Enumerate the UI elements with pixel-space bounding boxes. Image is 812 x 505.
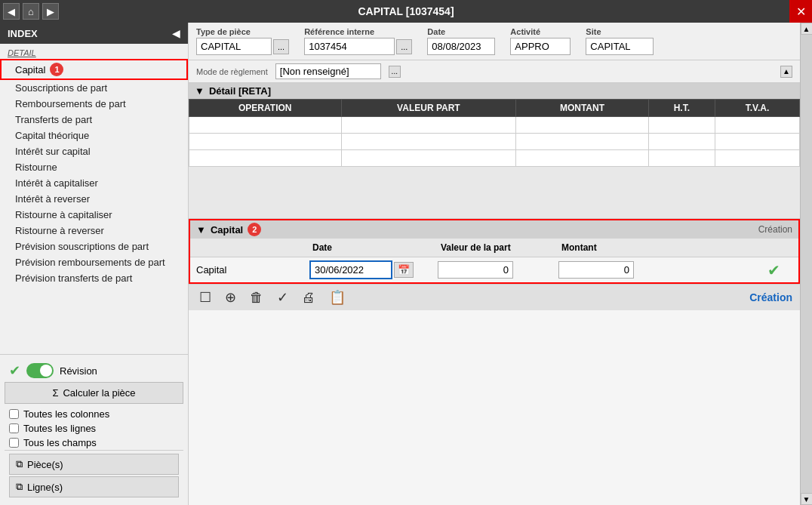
mode-reglement-btn[interactable]: ... (389, 66, 401, 78)
scroll-up-button[interactable]: ▲ (780, 66, 792, 78)
sidebar-item-ristourne[interactable]: Ristourne (0, 159, 188, 175)
col-header-date: Date (309, 241, 438, 254)
capital-badge: 1 (50, 63, 63, 76)
ref-interne-label: Référence interne (304, 27, 412, 36)
footer-btns: ⧉ Pièce(s) ⧉ Ligne(s) (5, 450, 183, 500)
activite-group: Activité (510, 27, 571, 55)
header-extra: Mode de règlement ... ▲ (189, 60, 800, 83)
all-columns-checkbox[interactable] (9, 409, 19, 419)
sidebar-collapse-button[interactable]: ◀ (172, 27, 180, 39)
window-title: CAPITAL [1037454] (358, 5, 454, 17)
capital-badge: 2 (248, 223, 261, 236)
sidebar-item-remboursements[interactable]: Remboursements de part (0, 96, 188, 112)
nav-home-button[interactable]: ⌂ (23, 3, 39, 20)
site-group: Site (586, 27, 654, 55)
index-label: INDEX (8, 28, 38, 39)
col-tva: T.V.A. (715, 100, 800, 117)
all-lines-row: Toutes les lignes (5, 421, 183, 436)
type-piece-input[interactable] (196, 38, 272, 55)
col-valeur-part: VALEUR PART (341, 100, 516, 117)
sidebar-bottom: ✔ Révision Σ Calculer la pièce Toutes le… (0, 354, 188, 505)
col-montant: MONTANT (516, 100, 648, 117)
title-bar: ◀ ⌂ ▶ CAPITAL [1037454] ✕ (0, 0, 812, 23)
sidebar-item-interet-reverser[interactable]: Intérêt à reverser (0, 191, 188, 207)
scroll-top-button[interactable]: ▲ (801, 23, 813, 35)
all-lines-checkbox[interactable] (9, 423, 19, 433)
content-area: Type de pièce ... Référence interne ... … (189, 23, 800, 505)
detail-table-container: OPERATION VALEUR PART MONTANT H.T. T.V.A… (189, 99, 800, 218)
toolbar-add-button[interactable]: ⊕ (222, 288, 239, 307)
capital-date-picker-button[interactable]: 📅 (394, 262, 414, 278)
toolbar-validate-button[interactable]: ✓ (274, 288, 291, 307)
type-piece-browse-button[interactable]: ... (273, 39, 289, 54)
toolbar-checkbox-button[interactable]: ☐ (196, 288, 214, 307)
pieces-button[interactable]: ⧉ Pièce(s) (9, 454, 179, 475)
activite-value-row (510, 38, 571, 55)
capital-section-header: ▼ Capital 2 Création (190, 220, 798, 239)
toolbar-print-button[interactable]: 🖨 (299, 288, 318, 307)
table-row (189, 134, 800, 150)
scroll-bottom-button[interactable]: ▼ (801, 493, 813, 505)
close-button[interactable]: ✕ (789, 0, 812, 23)
ref-interne-input[interactable] (304, 38, 395, 55)
type-piece-label: Type de pièce (196, 27, 289, 36)
revision-toggle[interactable] (26, 363, 54, 378)
date-input[interactable] (427, 38, 495, 55)
mode-reglement-label: Mode de règlement (196, 67, 268, 76)
mode-reglement-input[interactable] (275, 63, 381, 79)
capital-date-input[interactable] (309, 260, 392, 279)
date-label: Date (427, 27, 495, 36)
capital-col-headers: Date Valeur de la part Montant (190, 239, 798, 257)
capital-montant-input[interactable] (558, 261, 634, 279)
bottom-toolbar: ☐ ⊕ 🗑 ✓ 🖨 📋 Création (189, 284, 800, 310)
capital-validate-button[interactable]: ✔ (755, 261, 792, 279)
nav-back-button[interactable]: ◀ (3, 3, 20, 20)
ref-interne-group: Référence interne ... (304, 27, 412, 55)
type-piece-value-row: ... (196, 38, 289, 55)
check-icon: ✔ (9, 362, 20, 379)
capital-valeur-part-cell (438, 261, 558, 279)
sidebar-item-capital[interactable]: Capital 1 (0, 59, 188, 80)
col-ht: H.T. (648, 100, 715, 117)
main-layout: INDEX ◀ DETAIL Capital 1 Souscriptions d… (0, 23, 812, 505)
sidebar-item-prevision-transferts[interactable]: Prévision transferts de part (0, 270, 188, 286)
sidebar-item-interet-capitaliser[interactable]: Intérêt à capitaliser (0, 175, 188, 191)
col-header-valeur-part: Valeur de la part (438, 241, 558, 254)
title-bar-nav: ◀ ⌂ ▶ (0, 3, 59, 20)
toolbar-delete-button[interactable]: 🗑 (247, 288, 266, 307)
activite-input[interactable] (510, 38, 571, 55)
sidebar-item-prevision-souscriptions[interactable]: Prévision souscriptions de part (0, 239, 188, 254)
site-value-row (586, 38, 654, 55)
detail-table: OPERATION VALEUR PART MONTANT H.T. T.V.A… (189, 99, 800, 167)
capital-valeur-part-input[interactable] (438, 261, 513, 279)
sigma-icon: Σ (52, 387, 58, 399)
sidebar-item-transferts[interactable]: Transferts de part (0, 112, 188, 128)
lignes-button[interactable]: ⧉ Ligne(s) (9, 476, 179, 497)
sidebar-item-capital-theorique[interactable]: Capital théorique (0, 128, 188, 143)
sidebar-item-ristourne-capitaliser[interactable]: Ristourne à capitaliser (0, 207, 188, 223)
detail-collapse-icon[interactable]: ▼ (195, 85, 205, 97)
sidebar-item-ristourne-reverser[interactable]: Ristourne à reverser (0, 223, 188, 239)
capital-row-label: Capital (196, 264, 309, 276)
detail-title: Détail [RETA] (209, 85, 271, 97)
detail-table-body (189, 117, 800, 167)
bottom-toolbar-left: ☐ ⊕ 🗑 ✓ 🖨 📋 (196, 288, 349, 307)
toolbar-export-button[interactable]: 📋 (326, 288, 349, 307)
nav-forward-button[interactable]: ▶ (42, 3, 59, 20)
capital-title: Capital (211, 224, 243, 236)
sidebar-item-souscriptions[interactable]: Souscriptions de part (0, 80, 188, 96)
sidebar-item-interet-capital[interactable]: Intérêt sur capital (0, 143, 188, 159)
sidebar-header: INDEX ◀ (0, 23, 188, 44)
type-piece-group: Type de pièce ... (196, 27, 289, 55)
detail-section: ▼ Détail [RETA] OPERATION VALEUR PART MO… (189, 83, 800, 219)
pieces-icon: ⧉ (16, 458, 23, 470)
ref-interne-browse-button[interactable]: ... (396, 39, 412, 54)
site-label: Site (586, 27, 654, 36)
all-fields-checkbox[interactable] (9, 438, 19, 448)
detail-header: ▼ Détail [RETA] (189, 83, 800, 99)
sidebar-item-prevision-remboursements[interactable]: Prévision remboursements de part (0, 254, 188, 270)
col-header-montant: Montant (558, 241, 755, 254)
calculer-button[interactable]: Σ Calculer la pièce (5, 382, 183, 404)
site-input[interactable] (586, 38, 654, 55)
capital-collapse-icon[interactable]: ▼ (196, 224, 206, 236)
